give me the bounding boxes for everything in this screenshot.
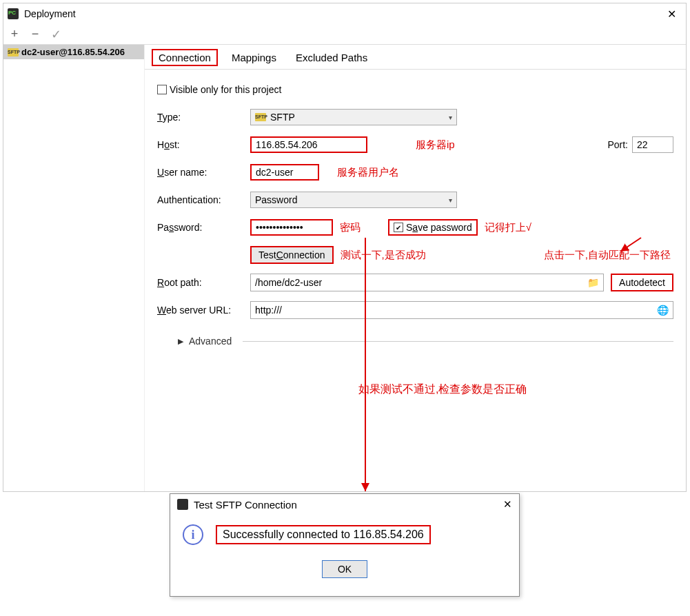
dialog-message: Successfully connected to 116.85.54.206 xyxy=(216,525,431,544)
dialog-close-button[interactable]: ✕ xyxy=(503,498,512,511)
annotation-username: 服务器用户名 xyxy=(337,166,399,179)
tabs: Connection Mappings Excluded Paths xyxy=(145,45,686,70)
server-label: dc2-user@116.85.54.206 xyxy=(21,47,125,57)
username-label: User name: xyxy=(157,167,250,178)
host-label: Host: xyxy=(157,139,250,150)
visible-only-checkbox[interactable] xyxy=(157,85,167,94)
autodetect-button[interactable]: Autodetect xyxy=(611,274,673,291)
port-input[interactable] xyxy=(632,136,673,153)
host-input[interactable] xyxy=(250,136,367,153)
connection-form: Visible only for this project Type: SFTP… xyxy=(145,70,686,355)
annotation-autodetect: 点击一下,自动匹配一下路径 xyxy=(544,249,671,262)
port-label: Port: xyxy=(607,139,628,150)
window-close-button[interactable]: ✕ xyxy=(662,8,682,21)
toolbar: + − ✓ xyxy=(3,24,686,45)
dialog-ok-button[interactable]: OK xyxy=(322,560,367,578)
test-connection-button[interactable]: Test Connection xyxy=(250,246,334,264)
add-button[interactable]: + xyxy=(8,27,21,41)
save-password-label: Save password xyxy=(406,222,472,233)
advanced-section[interactable]: ▶ Advanced xyxy=(157,326,673,347)
save-password-checkbox[interactable] xyxy=(394,223,403,232)
weburl-input-wrap: 🌐 xyxy=(250,301,673,319)
weburl-input[interactable] xyxy=(251,302,653,318)
server-list: SFTP dc2-user@116.85.54.206 xyxy=(3,45,145,491)
main-panel: Connection Mappings Excluded Paths Visib… xyxy=(145,45,686,491)
disclosure-triangle-icon: ▶ xyxy=(178,337,183,346)
sftp-icon: SFTP xyxy=(255,113,266,121)
annotation-test: 测试一下,是否成功 xyxy=(341,249,426,262)
tab-excluded-paths[interactable]: Excluded Paths xyxy=(296,52,367,63)
window-title: Deployment xyxy=(24,8,662,19)
annotation-password: 密码 xyxy=(340,221,361,234)
annotation-host: 服务器ip xyxy=(416,138,455,152)
username-input[interactable] xyxy=(250,164,319,181)
info-icon: i xyxy=(183,524,203,545)
tab-connection[interactable]: Connection xyxy=(152,49,218,66)
auth-label: Authentication: xyxy=(157,194,250,205)
visible-only-label: Visible only for this project xyxy=(170,84,281,95)
annotation-fail: 如果测试不通过,检查参数是否正确 xyxy=(358,382,527,397)
remove-button[interactable]: − xyxy=(28,27,42,41)
annotation-save-password: 记得打上√ xyxy=(485,221,531,234)
pycharm-icon xyxy=(8,8,19,19)
server-list-item[interactable]: SFTP dc2-user@116.85.54.206 xyxy=(3,45,144,59)
type-label: Type: xyxy=(157,112,250,123)
globe-icon[interactable]: 🌐 xyxy=(653,305,673,316)
titlebar: Deployment ✕ xyxy=(3,3,686,24)
folder-icon[interactable]: 📁 xyxy=(583,277,603,288)
test-connection-dialog: Test SFTP Connection ✕ i Successfully co… xyxy=(170,493,520,597)
apply-button[interactable]: ✓ xyxy=(49,27,63,42)
rootpath-label: Root path: xyxy=(157,277,250,288)
password-label: Password: xyxy=(157,222,250,233)
tab-mappings[interactable]: Mappings xyxy=(232,52,276,63)
password-input[interactable] xyxy=(250,219,333,236)
deployment-window: Deployment ✕ + − ✓ SFTP dc2-user@116.85.… xyxy=(3,3,687,492)
rootpath-input-wrap: 📁 xyxy=(250,274,604,291)
pycharm-icon xyxy=(177,499,188,510)
sftp-icon: SFTP xyxy=(8,48,19,57)
chevron-down-icon: ▾ xyxy=(449,114,452,121)
chevron-down-icon: ▾ xyxy=(449,196,452,204)
rootpath-input[interactable] xyxy=(251,275,583,290)
auth-select[interactable]: Password ▾ xyxy=(250,192,457,208)
dialog-title: Test SFTP Connection xyxy=(194,499,503,511)
save-password-group: Save password xyxy=(388,219,478,236)
weburl-label: Web server URL: xyxy=(157,305,250,316)
type-select[interactable]: SFTPSFTP ▾ xyxy=(250,109,457,125)
dialog-titlebar: Test SFTP Connection ✕ xyxy=(170,494,519,515)
